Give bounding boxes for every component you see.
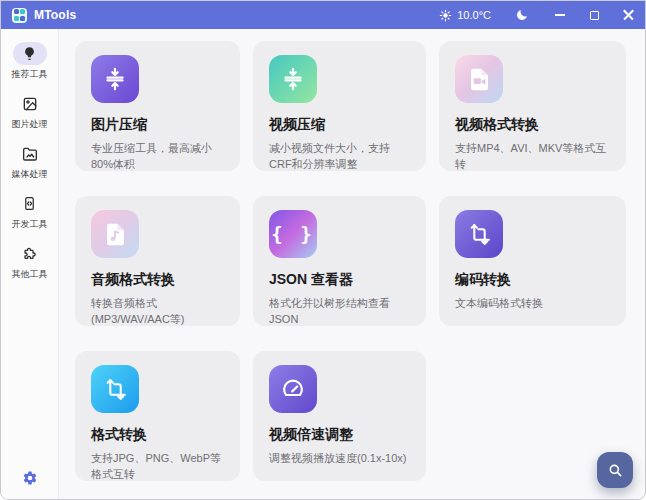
- speedometer-icon: [269, 365, 317, 413]
- dev-tools-icon: [13, 192, 47, 215]
- titlebar: MTools 10.0°C: [1, 1, 645, 29]
- tool-card-title: 视频倍速调整: [269, 426, 410, 444]
- sidebar-item-image-processing[interactable]: 图片处理: [12, 92, 48, 131]
- search-icon: [607, 462, 623, 478]
- compress-icon: [269, 55, 317, 103]
- sidebar-item-label: 推荐工具: [12, 68, 48, 81]
- tool-grid: 图片压缩 专业压缩工具，最高减小80%体积 视频压缩 减小视频文件大小，支持CR…: [75, 41, 627, 481]
- sun-icon: [439, 9, 452, 22]
- tool-card-title: 编码转换: [455, 271, 610, 289]
- puzzle-icon: [13, 242, 47, 265]
- tool-card-title: 格式转换: [91, 426, 224, 444]
- sidebar-item-label: 其他工具: [12, 268, 48, 281]
- app-title: MTools: [34, 8, 76, 22]
- tool-card-title: 图片压缩: [91, 116, 224, 134]
- tool-card-title: JSON 查看器: [269, 271, 410, 289]
- image-icon: [13, 92, 47, 115]
- tool-card-format-convert[interactable]: 格式转换 支持JPG、PNG、WebP等格式互转: [75, 351, 240, 481]
- minimize-button[interactable]: [543, 1, 577, 29]
- compress-icon: [91, 55, 139, 103]
- tool-card-video-speed[interactable]: 视频倍速调整 调整视频播放速度(0.1x-10x): [253, 351, 426, 481]
- temperature-value: 10.0°C: [457, 9, 491, 21]
- app-logo-icon: [12, 8, 27, 23]
- sidebar-item-media-processing[interactable]: 媒体处理: [12, 142, 48, 181]
- main-content: 图片压缩 专业压缩工具，最高减小80%体积 视频压缩 减小视频文件大小，支持CR…: [59, 29, 645, 499]
- sidebar: 推荐工具 图片处理 媒体处理 开发工具: [1, 29, 59, 499]
- weather-widget[interactable]: 10.0°C: [439, 9, 491, 22]
- tool-card-encoding-convert[interactable]: 编码转换 文本编码格式转换: [439, 196, 626, 326]
- tool-card-video-compress[interactable]: 视频压缩 减小视频文件大小，支持CRF和分辨率调整: [253, 41, 426, 171]
- tool-card-image-compress[interactable]: 图片压缩 专业压缩工具，最高减小80%体积: [75, 41, 240, 171]
- tool-card-title: 视频压缩: [269, 116, 410, 134]
- sidebar-item-dev-tools[interactable]: 开发工具: [12, 192, 48, 231]
- tool-card-subtitle: 减小视频文件大小，支持CRF和分辨率调整: [269, 141, 410, 171]
- video-file-icon: [455, 55, 503, 103]
- close-icon: [623, 10, 634, 21]
- maximize-icon: [590, 11, 599, 20]
- settings-button[interactable]: [22, 470, 38, 486]
- braces-icon: { }: [269, 210, 317, 258]
- minimize-icon: [555, 14, 565, 16]
- media-folder-icon: [13, 142, 47, 165]
- sidebar-item-label: 开发工具: [12, 218, 48, 231]
- sidebar-item-other-tools[interactable]: 其他工具: [12, 242, 48, 281]
- tool-card-subtitle: 专业压缩工具，最高减小80%体积: [91, 141, 224, 171]
- braces-glyph: { }: [271, 223, 314, 245]
- transform-icon: [455, 210, 503, 258]
- tool-card-subtitle: 支持JPG、PNG、WebP等格式互转: [91, 451, 224, 481]
- app-window: MTools 10.0°C: [0, 0, 646, 500]
- audio-file-icon: [91, 210, 139, 258]
- sidebar-item-recommended-tools[interactable]: 推荐工具: [12, 42, 48, 81]
- tool-card-subtitle: 调整视频播放速度(0.1x-10x): [269, 451, 410, 467]
- titlebar-right: 10.0°C: [439, 1, 645, 29]
- tool-card-subtitle: 支持MP4、AVI、MKV等格式互转: [455, 141, 610, 171]
- theme-toggle-button[interactable]: [507, 1, 537, 29]
- close-button[interactable]: [611, 1, 645, 29]
- tool-card-json-viewer[interactable]: { } JSON 查看器 格式化并以树形结构查看 JSON: [253, 196, 426, 326]
- sidebar-item-label: 媒体处理: [12, 168, 48, 181]
- transform-icon: [91, 365, 139, 413]
- lightbulb-icon: [13, 42, 47, 65]
- tool-card-audio-format-convert[interactable]: 音频格式转换 转换音频格式(MP3/WAV/AAC等): [75, 196, 240, 326]
- tool-card-title: 音频格式转换: [91, 271, 224, 289]
- search-fab[interactable]: [597, 452, 633, 488]
- gear-icon: [22, 470, 38, 486]
- tool-card-title: 视频格式转换: [455, 116, 610, 134]
- sidebar-item-label: 图片处理: [12, 118, 48, 131]
- maximize-button[interactable]: [577, 1, 611, 29]
- tool-card-video-format-convert[interactable]: 视频格式转换 支持MP4、AVI、MKV等格式互转: [439, 41, 626, 171]
- tool-card-subtitle: 格式化并以树形结构查看 JSON: [269, 296, 410, 326]
- tool-card-subtitle: 转换音频格式(MP3/WAV/AAC等): [91, 296, 224, 326]
- tool-card-subtitle: 文本编码格式转换: [455, 296, 610, 312]
- moon-icon: [515, 8, 529, 22]
